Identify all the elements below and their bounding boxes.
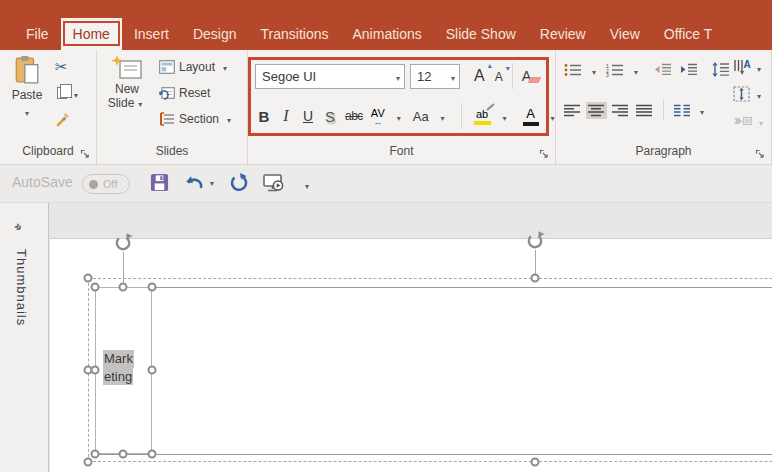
selection-handle[interactable] [119,283,128,292]
shrink-font-letter: A [495,70,503,84]
selection-handle[interactable] [91,283,100,292]
tab-design[interactable]: Design [181,18,249,50]
grow-font-button[interactable]: A▴ [474,68,485,84]
reset-button[interactable]: Reset [159,84,235,102]
tab-slide-show[interactable]: Slide Show [434,18,528,50]
paste-button[interactable]: Paste [5,55,49,141]
paragraph-dialog-launcher[interactable] [755,149,767,161]
font-color-button[interactable]: A [523,106,539,126]
tab-file[interactable]: File [14,18,61,50]
format-painter-button[interactable] [55,110,93,127]
selection-handle[interactable] [148,366,157,375]
rotate-handle-icon[interactable] [524,229,546,251]
align-text-caret-icon[interactable] [753,85,765,103]
new-slide-caret-icon[interactable] [134,96,146,112]
tab-animations[interactable]: Animations [340,18,433,50]
selection-handle[interactable] [84,458,93,467]
section-button[interactable]: Section [159,110,235,128]
thumbnails-panel[interactable]: » Thumbnails [0,203,49,472]
shrink-font-button[interactable]: A▾ [495,71,503,83]
font-size-combo[interactable]: 12 [410,64,460,89]
selection-handle[interactable] [531,274,540,283]
separator [461,103,462,129]
font-name-caret-icon[interactable] [392,69,404,84]
line-spacing-icon [712,62,730,77]
tab-office-addin[interactable]: Office T [652,18,725,50]
selected-text-marketing[interactable]: Mark eting [103,350,134,385]
undo-caret-icon[interactable]: ▾ [210,179,214,188]
strikethrough-button[interactable]: abc [345,110,363,122]
numbering-button[interactable]: 123 [604,61,626,79]
bullets-icon [564,63,582,77]
selection-handle[interactable] [91,450,100,459]
tab-transitions[interactable]: Transitions [249,18,341,50]
selection-handle[interactable] [531,458,540,467]
align-right-button[interactable] [610,102,631,119]
increase-indent-button[interactable] [678,61,700,78]
expand-thumbnails-chevron-icon[interactable]: » [11,219,27,235]
text-highlight-caret-icon[interactable] [499,107,511,125]
align-left-button[interactable] [562,102,583,119]
clipboard-dialog-launcher[interactable] [80,149,92,161]
tab-home[interactable]: Home [61,18,122,50]
change-case-button[interactable]: Aa [413,110,429,123]
columns-button[interactable] [672,102,693,119]
section-caret-icon[interactable] [223,112,235,126]
customize-qat-button[interactable] [301,175,313,193]
convert-smartart-button[interactable] [733,112,767,130]
text-highlight-button[interactable]: ab [474,108,491,125]
clear-formatting-button[interactable]: A [522,68,531,84]
character-spacing-caret-icon[interactable] [393,107,405,125]
selection-handle[interactable] [91,366,100,375]
new-slide-button[interactable]: New Slide [102,55,152,141]
autosave-toggle-knob [89,180,98,189]
tab-design-label: Design [193,26,237,42]
rotate-handle-icon[interactable] [112,231,134,253]
autosave-toggle[interactable]: Off [82,174,130,194]
bullets-button[interactable] [562,61,584,79]
selection-handle[interactable] [148,450,157,459]
copy-button[interactable] [55,84,93,101]
change-case-caret-icon[interactable] [437,107,449,125]
text-direction-caret-icon[interactable] [753,58,765,76]
line-spacing-button[interactable] [710,60,732,79]
decrease-indent-icon [654,63,672,76]
decrease-indent-button[interactable] [652,61,674,78]
paste-clipboard-icon [14,55,40,85]
ribbon-tab-bar: File Home Insert Design Transitions Anim… [0,0,772,50]
tab-insert[interactable]: Insert [122,18,181,50]
italic-button[interactable]: I [279,108,293,124]
selection-handle[interactable] [84,274,93,283]
tab-review[interactable]: Review [528,18,598,50]
layout-caret-icon[interactable] [219,60,231,74]
redo-button[interactable] [228,173,248,193]
layout-button[interactable]: Layout [159,58,235,76]
save-button[interactable] [150,173,169,192]
underline-button[interactable]: U [301,109,315,123]
numbering-caret-icon[interactable] [630,61,642,79]
bullets-caret-icon[interactable] [588,61,600,79]
columns-caret-icon[interactable] [696,101,708,119]
bold-button[interactable]: B [257,109,271,124]
font-size-caret-icon[interactable] [447,69,459,84]
align-text-button[interactable] [733,85,767,103]
text-direction-button[interactable]: A [733,58,767,76]
paste-label: Paste [12,88,43,102]
align-center-button[interactable] [586,102,607,119]
character-spacing-button[interactable]: AV ↔ [371,107,385,126]
slide-canvas[interactable]: Mark eting [50,203,772,472]
group-slides: New Slide Layout [97,50,248,164]
font-dialog-launcher[interactable] [539,149,551,161]
undo-button[interactable] [183,173,205,193]
paste-dropdown-caret-icon[interactable] [21,102,33,120]
tab-view[interactable]: View [598,18,652,50]
cut-button[interactable]: ✂ [55,58,93,75]
start-slideshow-button[interactable] [262,173,286,194]
clipboard-group-label-text: Clipboard [22,144,73,158]
justify-button[interactable] [634,102,655,119]
font-name-combo[interactable]: Segoe UI [255,64,405,89]
workspace: » Thumbnails [0,203,772,472]
text-shadow-button[interactable]: S [323,109,337,124]
selection-handle[interactable] [119,450,128,459]
selection-handle[interactable] [148,283,157,292]
